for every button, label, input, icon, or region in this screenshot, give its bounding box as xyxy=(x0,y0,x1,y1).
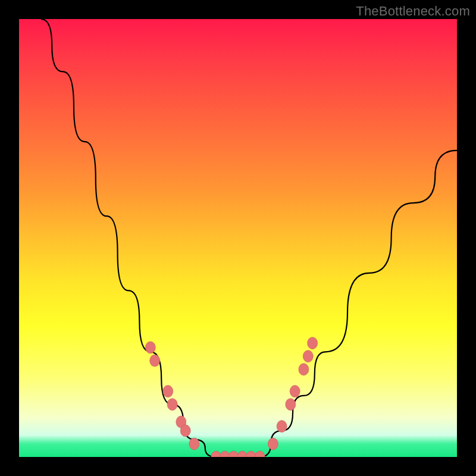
dots-bottom xyxy=(211,451,265,457)
data-dot xyxy=(189,438,199,450)
data-dot xyxy=(286,399,296,411)
data-dot xyxy=(228,451,239,457)
data-dot xyxy=(167,399,177,411)
data-dot xyxy=(237,451,248,457)
data-dot xyxy=(211,451,221,457)
data-dot xyxy=(150,355,160,367)
data-dot xyxy=(220,451,230,457)
data-dot xyxy=(255,451,265,457)
data-dot xyxy=(268,438,278,450)
data-dot xyxy=(246,451,256,457)
dots-left xyxy=(145,342,199,450)
data-dot xyxy=(180,425,190,437)
watermark-text: TheBottleneck.com xyxy=(356,4,470,19)
chart-frame: TheBottleneck.com xyxy=(0,0,476,476)
data-dot xyxy=(290,386,300,397)
data-dot xyxy=(277,420,287,432)
data-dot xyxy=(308,337,318,349)
data-dot xyxy=(145,342,155,353)
plot-area xyxy=(19,19,457,457)
bottleneck-curve xyxy=(19,19,457,457)
data-dot xyxy=(299,364,309,375)
curve-path xyxy=(41,19,457,457)
data-dot xyxy=(303,350,313,362)
data-dot xyxy=(163,386,173,397)
